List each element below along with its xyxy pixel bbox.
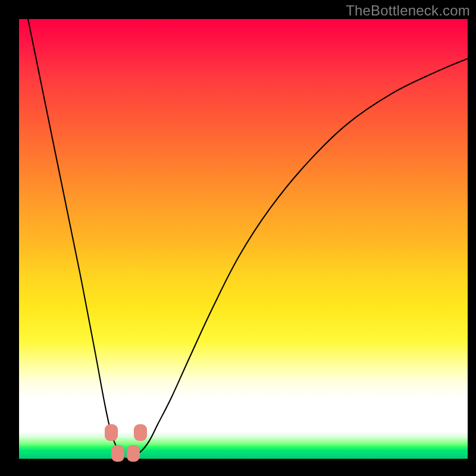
plot-area <box>19 19 468 468</box>
attribution-text: TheBottleneck.com <box>346 2 470 19</box>
chart-frame: TheBottleneck.com <box>0 0 476 476</box>
bottleneck-curve <box>19 19 468 468</box>
